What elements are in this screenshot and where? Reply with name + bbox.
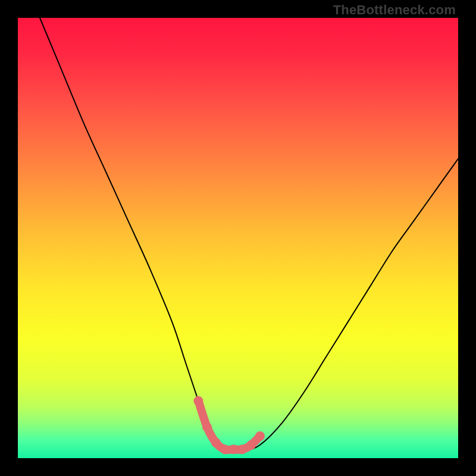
highlight-dot <box>246 440 256 450</box>
chart-frame: TheBottleneck.com <box>0 0 476 476</box>
highlight-dot <box>255 431 265 441</box>
highlight-dot <box>202 422 212 432</box>
highlight-dot <box>193 396 203 406</box>
highlight-dot <box>220 444 230 454</box>
plot-area <box>18 18 458 458</box>
highlight-dot <box>229 444 239 454</box>
optimal-range-dots <box>193 396 265 454</box>
bottleneck-curve <box>40 18 458 450</box>
chart-overlay <box>18 18 458 458</box>
highlight-dot <box>211 438 221 447</box>
watermark-text: TheBottleneck.com <box>333 2 456 18</box>
highlight-dot <box>237 444 247 454</box>
